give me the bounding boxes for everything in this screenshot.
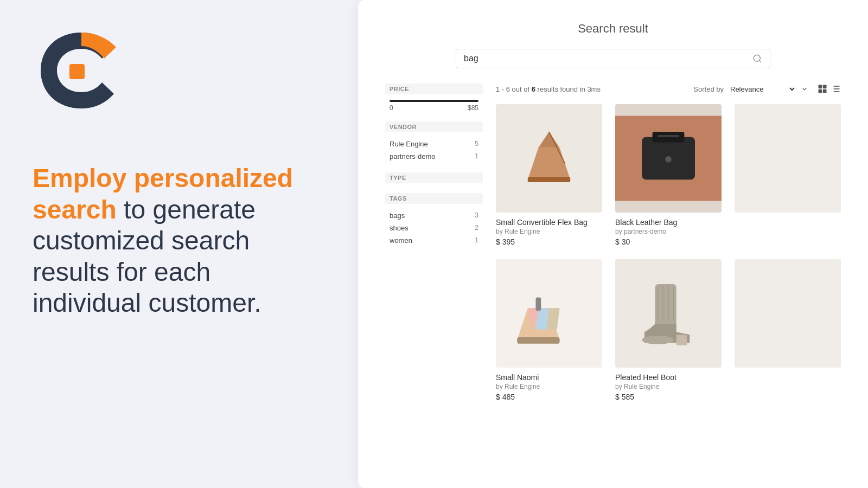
- svg-rect-15: [528, 177, 570, 182]
- product-grid: Small Convertible Flex Bag by Rule Engin…: [496, 104, 841, 401]
- svg-marker-14: [538, 132, 559, 147]
- product-image: [735, 104, 841, 213]
- page-title: Search result: [385, 22, 841, 36]
- product-card[interactable]: Black Leather Bag by partners-demo $ 30: [615, 104, 722, 246]
- product-illustration: [496, 259, 602, 368]
- product-card[interactable]: Pleated Heel Boot by Rule Engine $ 585: [615, 259, 722, 401]
- vendor-filter-label: VENDOR: [385, 121, 483, 132]
- svg-rect-3: [819, 85, 822, 89]
- results-count: 1 - 6 out of 6 results found in 3ms: [496, 85, 601, 93]
- filters-panel: PRICE 0 $85 VENDOR Rule Engine 5 partner…: [385, 84, 483, 401]
- svg-rect-4: [823, 85, 827, 89]
- product-image: [615, 104, 722, 213]
- product-illustration: [496, 104, 602, 213]
- vendor-count: 5: [475, 140, 478, 148]
- search-bar-container: [385, 49, 841, 68]
- product-image: [615, 259, 722, 368]
- product-name: Black Leather Bag: [615, 218, 722, 227]
- tag-count: 3: [475, 211, 478, 220]
- search-bar: [456, 49, 770, 68]
- product-card: [735, 259, 841, 401]
- product-name: Pleated Heel Boot: [615, 373, 722, 382]
- svg-rect-27: [517, 337, 559, 344]
- vendor-item-partners-demo[interactable]: partners-demo 1: [385, 150, 483, 163]
- product-vendor: by partners-demo: [615, 228, 722, 235]
- tagline-highlight: Employ personalizedsearch: [33, 164, 293, 224]
- price-range: 0 $85: [385, 100, 483, 112]
- product-price: $ 395: [496, 237, 602, 246]
- product-card[interactable]: Small Convertible Flex Bag by Rule Engin…: [496, 104, 602, 246]
- product-price: $ 30: [615, 237, 722, 246]
- tag-count: 2: [475, 224, 478, 232]
- results-time: in 3ms: [580, 85, 601, 93]
- vendor-name: Rule Engine: [390, 140, 428, 148]
- tag-item-women[interactable]: women 1: [385, 234, 483, 247]
- tags-filter: TAGS bags 3 shoes 2 women 1: [385, 193, 483, 247]
- svg-rect-29: [655, 284, 676, 326]
- svg-rect-30: [676, 335, 687, 345]
- product-price: $ 485: [496, 393, 602, 401]
- sort-select[interactable]: Relevance Price: Low to High Price: High…: [728, 85, 796, 94]
- list-view-icon[interactable]: [830, 84, 841, 94]
- right-panel: Search result PRICE 0 $85: [358, 0, 868, 488]
- logo-container: [33, 22, 326, 119]
- type-filter-label: TYPE: [385, 172, 483, 183]
- svg-marker-13: [528, 147, 570, 179]
- sort-label: Sorted by: [693, 85, 724, 93]
- product-price: $ 585: [615, 393, 722, 401]
- svg-line-2: [759, 60, 761, 62]
- tag-name: bags: [390, 211, 405, 220]
- price-values: 0 $85: [390, 104, 478, 112]
- chevron-down-icon: [801, 85, 808, 93]
- search-icon: [752, 54, 762, 63]
- tag-count: 1: [475, 236, 478, 245]
- sort-area: Sorted by Relevance Price: Low to High P…: [693, 84, 841, 94]
- tag-name: women: [390, 236, 412, 245]
- tag-item-shoes[interactable]: shoes 2: [385, 222, 483, 234]
- view-icons: [817, 84, 841, 94]
- price-slider[interactable]: [390, 100, 478, 102]
- tag-name: shoes: [390, 224, 409, 232]
- results-number: 6: [532, 85, 535, 93]
- product-card: [735, 104, 841, 246]
- vendor-count: 1: [475, 152, 478, 160]
- tag-item-bags[interactable]: bags 3: [385, 209, 483, 222]
- product-card[interactable]: Small Naomi by Rule Engine $ 485: [496, 259, 602, 401]
- content-area: PRICE 0 $85 VENDOR Rule Engine 5 partner…: [385, 84, 841, 401]
- search-input[interactable]: [464, 54, 752, 63]
- product-image: [496, 104, 602, 213]
- svg-rect-28: [536, 298, 541, 311]
- grid-view-icon[interactable]: [817, 84, 828, 94]
- product-image: [735, 259, 841, 368]
- product-image: [496, 259, 602, 368]
- tags-filter-label: TAGS: [385, 193, 483, 204]
- product-name: Small Naomi: [496, 373, 602, 382]
- results-header: 1 - 6 out of 6 results found in 3ms Sort…: [496, 84, 841, 94]
- product-vendor: by Rule Engine: [496, 383, 602, 390]
- svg-rect-20: [653, 132, 685, 143]
- svg-point-31: [642, 336, 674, 344]
- vendor-filter: VENDOR Rule Engine 5 partners-demo 1: [385, 121, 483, 163]
- tagline: Employ personalizedsearch to generate cu…: [33, 163, 326, 319]
- price-max: $85: [468, 104, 478, 112]
- left-panel: Employ personalizedsearch to generate cu…: [0, 0, 358, 488]
- product-vendor: by Rule Engine: [615, 383, 722, 390]
- price-filter-label: PRICE: [385, 84, 483, 94]
- price-filter: PRICE 0 $85: [385, 84, 483, 112]
- product-illustration: [615, 104, 722, 213]
- product-name: Small Convertible Flex Bag: [496, 218, 602, 227]
- vendor-item-rule-engine[interactable]: Rule Engine 5: [385, 138, 483, 150]
- svg-rect-5: [819, 89, 822, 93]
- product-illustration: [615, 259, 722, 368]
- svg-rect-6: [823, 89, 827, 93]
- type-filter: TYPE: [385, 172, 483, 183]
- results-area: 1 - 6 out of 6 results found in 3ms Sort…: [496, 84, 841, 401]
- brand-logo: [33, 22, 130, 119]
- price-min: 0: [390, 104, 393, 112]
- svg-rect-0: [69, 64, 85, 79]
- svg-point-1: [754, 55, 760, 61]
- product-vendor: by Rule Engine: [496, 228, 602, 235]
- vendor-name: partners-demo: [390, 152, 436, 160]
- svg-point-21: [665, 156, 672, 163]
